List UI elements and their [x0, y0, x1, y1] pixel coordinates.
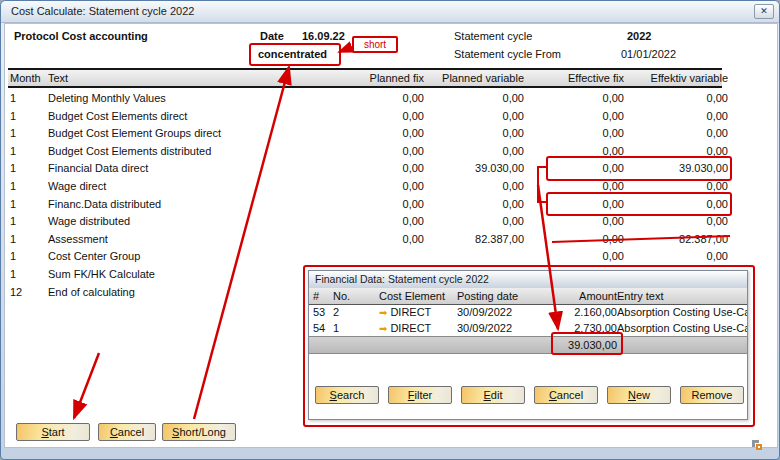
cell-hash: 54 [313, 320, 331, 336]
mode-value: concentrated [258, 48, 327, 60]
subwindow-row[interactable]: 54 1 ➡DIRECT 30/09/2022 2.730,00 Absorpt… [309, 320, 747, 336]
cost-element-value: DIRECT [390, 322, 431, 334]
cell-planned-fix: 0,00 [342, 125, 424, 143]
cell-month: 1 [10, 231, 44, 249]
cell-planned-variable: 0,00 [442, 196, 524, 214]
cell-entry-text: Absorption Costing Use-Case [617, 304, 747, 320]
cell-text: Wage direct [48, 178, 340, 196]
sub-cancel-button[interactable]: Cancel [534, 386, 598, 404]
subwindow-titlebar[interactable]: Financial Data: Statement cycle 2022 [309, 271, 747, 289]
cell-month: 1 [10, 213, 44, 231]
col-cost-element: Cost Element [379, 288, 455, 304]
cell-text: Financ.Data distributed [48, 196, 340, 214]
cell-no: 2 [333, 304, 373, 320]
cell-effektiv-variable: 0,00 [640, 90, 728, 108]
cell-planned-fix: 0,00 [342, 143, 424, 161]
edit-button[interactable]: Edit [461, 386, 525, 404]
cell-posting-date: 30/09/2022 [457, 320, 547, 336]
cell-month: 1 [10, 143, 44, 161]
cell-text: Cost Center Group [48, 248, 340, 266]
cell-planned-variable: 0,00 [442, 178, 524, 196]
cell-effective-fix: 0,00 [542, 213, 624, 231]
cell-effektiv-variable: 0,00 [640, 196, 728, 214]
cell-effektiv-variable: 0,00 [640, 248, 728, 266]
col-entry-text: Entry text [617, 288, 747, 304]
cell-entry-text: Absorption Costing Use-Case [617, 320, 747, 336]
table-row[interactable]: 1 Wage direct 0,00 0,00 0,00 0,00 [8, 178, 722, 196]
cell-text: Budget Cost Element Groups direct [48, 125, 340, 143]
cell-cost-element: ➡DIRECT [379, 320, 455, 336]
table-header: Month Text Planned fix Planned variable … [8, 68, 722, 88]
sum-amount: 39.030,00 [537, 337, 617, 353]
table-row[interactable]: 1 Budget Cost Elements distributed 0,00 … [8, 143, 722, 161]
cell-month: 1 [10, 178, 44, 196]
cell-month: 1 [10, 266, 44, 284]
short-long-button[interactable]: Short/Long [162, 423, 236, 441]
table-row[interactable]: 1 Budget Cost Elements direct 0,00 0,00 … [8, 108, 722, 126]
search-button[interactable]: Search [315, 386, 379, 404]
cell-amount: 2.730,00 [537, 320, 617, 336]
cell-posting-date: 30/09/2022 [457, 304, 547, 320]
new-button[interactable]: New [607, 386, 671, 404]
cancel-button[interactable]: Cancel [98, 423, 156, 441]
col-planned-fix: Planned fix [342, 70, 424, 86]
cell-effektiv-variable: 0,00 [640, 143, 728, 161]
cell-effektiv-variable: 0,00 [640, 178, 728, 196]
cell-planned-fix: 0,00 [342, 231, 424, 249]
cell-planned-variable [442, 248, 524, 266]
table-row[interactable]: 1 Assessment 0,00 82.387,00 0,00 82.387,… [8, 231, 722, 249]
cell-hash: 53 [313, 304, 331, 320]
remove-button[interactable]: Remove [680, 386, 744, 404]
cell-text: Assessment [48, 231, 340, 249]
date-label: Date [260, 30, 284, 42]
cell-text: Wage distributed [48, 213, 340, 231]
table-row[interactable]: 1 Cost Center Group 0,00 0,00 [8, 248, 722, 266]
table-row[interactable]: 1 Deleting Monthly Values 0,00 0,00 0,00… [8, 90, 722, 108]
protocol-title: Protocol Cost accounting [14, 30, 148, 42]
close-button[interactable]: ✕ [754, 4, 774, 19]
subwindow-sum-row: 39.030,00 [309, 336, 747, 354]
cycle-from-label: Statement cycle From [454, 48, 561, 60]
filter-button[interactable]: Filter [388, 386, 452, 404]
table-row[interactable]: 1 Budget Cost Element Groups direct 0,00… [8, 125, 722, 143]
cell-month: 1 [10, 125, 44, 143]
cell-effective-fix: 0,00 [542, 178, 624, 196]
cell-text: Deleting Monthly Values [48, 90, 340, 108]
col-effektiv-variable: Effektiv variable [640, 70, 728, 86]
subwindow-row[interactable]: 53 2 ➡DIRECT 30/09/2022 2.160,00 Absorpt… [309, 304, 747, 320]
start-button[interactable]: Start [16, 423, 90, 441]
close-icon: ✕ [760, 6, 768, 16]
table-row[interactable]: 1 Financial Data direct 0,00 39.030,00 0… [8, 160, 722, 178]
col-posting-date: Posting date [457, 288, 547, 304]
table-row[interactable]: 1 Wage distributed 0,00 0,00 0,00 0,00 [8, 213, 722, 231]
cell-month: 1 [10, 108, 44, 126]
cell-text: Sum FK/HK Calculate [48, 266, 340, 284]
cell-month: 12 [10, 284, 44, 302]
resize-grip-icon[interactable] [750, 438, 764, 452]
cell-text: Financial Data direct [48, 160, 340, 178]
cell-no: 1 [333, 320, 373, 336]
col-no: No. [333, 288, 373, 304]
titlebar[interactable]: Cost Calculate: Statement cycle 2022 ✕ [1, 1, 779, 23]
cell-planned-variable: 0,00 [442, 125, 524, 143]
window-title: Cost Calculate: Statement cycle 2022 [11, 1, 194, 22]
cell-planned-fix [342, 248, 424, 266]
financial-data-window: Financial Data: Statement cycle 2022 # N… [308, 270, 748, 420]
cell-effective-fix: 0,00 [542, 125, 624, 143]
cell-planned-variable: 82.387,00 [442, 231, 524, 249]
cell-text: Budget Cost Elements direct [48, 108, 340, 126]
subwindow-table-header: # No. Cost Element Posting date Amount E… [309, 288, 747, 305]
cell-effektiv-variable: 0,00 [640, 125, 728, 143]
cell-month: 1 [10, 160, 44, 178]
cell-effektiv-variable: 0,00 [640, 108, 728, 126]
table-row[interactable]: 1 Financ.Data distributed 0,00 0,00 0,00… [8, 196, 722, 214]
cell-text: Budget Cost Elements distributed [48, 143, 340, 161]
cycle-from-value: 01/01/2022 [621, 48, 676, 60]
cell-planned-fix: 0,00 [342, 178, 424, 196]
col-text: Text [48, 70, 340, 86]
cell-month: 1 [10, 248, 44, 266]
date-value: 16.09.22 [302, 30, 345, 42]
cell-effective-fix: 0,00 [542, 90, 624, 108]
cell-planned-variable: 0,00 [442, 143, 524, 161]
cell-month: 1 [10, 90, 44, 108]
